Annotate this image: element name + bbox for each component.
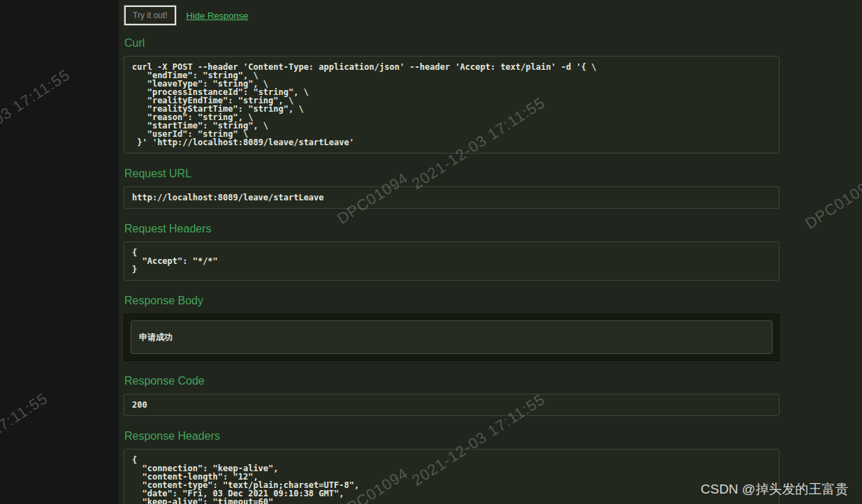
csdn-watermark: CSDN @掉头发的王富贵 — [701, 480, 848, 498]
response-headers-section-title: Response Headers — [124, 430, 780, 443]
response-body-container: 申请成功 — [124, 313, 780, 361]
curl-code-block: curl -X POST --header 'Content-Type: app… — [124, 56, 780, 154]
request-url-section-title: Request URL — [124, 168, 780, 180]
response-headers-block: { "connection": "keep-alive", "content-l… — [124, 449, 780, 504]
response-code-block: 200 — [124, 394, 780, 416]
curl-section-title: Curl — [124, 37, 780, 50]
swagger-operation-panel: Try it out! Hide Response Curl curl -X P… — [119, 0, 862, 504]
hide-response-link[interactable]: Hide Response — [187, 10, 249, 21]
actions-row: Try it out! Hide Response — [124, 6, 780, 25]
response-body-block: 申请成功 — [131, 320, 773, 354]
watermark-text: 2021-12-03 17:11:55 — [0, 66, 73, 165]
try-it-out-button[interactable]: Try it out! — [124, 6, 176, 25]
request-url-block: http://localhost:8089/leave/startLeave — [124, 186, 780, 209]
response-code-section-title: Response Code — [124, 375, 780, 387]
response-body-section-title: Response Body — [124, 295, 780, 307]
request-headers-block: { "Accept": "*/*" } — [124, 242, 780, 281]
request-headers-section-title: Request Headers — [124, 223, 780, 235]
watermark-text: 17:11:55 — [0, 390, 51, 440]
